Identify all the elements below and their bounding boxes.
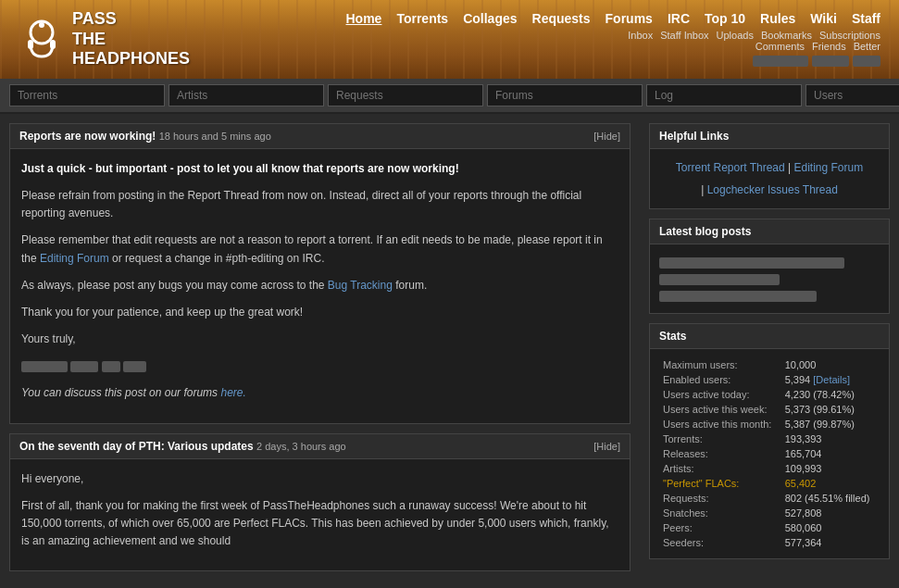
nav-wiki[interactable]: Wiki xyxy=(810,11,837,26)
stat-value: 165,704 xyxy=(783,447,878,460)
announcement-1: Reports are now working! 18 hours and 5 … xyxy=(9,123,631,424)
header: PASS THE HEADPHONES Home Torrents Collag… xyxy=(0,0,899,79)
logo-text: PASS THE HEADPHONES xyxy=(72,9,190,69)
search-log[interactable] xyxy=(646,84,802,106)
helpful-links-body: Torrent Report Thread | Editing Forum | … xyxy=(650,149,889,208)
logo-area: PASS THE HEADPHONES xyxy=(19,9,190,69)
logchecker-link[interactable]: Logchecker Issues Thread xyxy=(707,183,838,196)
right-panel: Helpful Links Torrent Report Thread | Ed… xyxy=(640,114,899,588)
announcement-1-body: Just a quick - but important - post to l… xyxy=(10,149,630,423)
stat-value: 65,402 xyxy=(783,477,878,490)
nav-friends[interactable]: Friends xyxy=(812,41,846,52)
bug-tracking-link[interactable]: Bug Tracking xyxy=(328,279,393,292)
stat-value: 4,230 (78.42%) xyxy=(783,388,878,401)
ann1-discuss: You can discuss this post on our forums … xyxy=(21,384,618,402)
nav-inbox[interactable]: Inbox xyxy=(628,30,653,41)
nav-bookmarks[interactable]: Bookmarks xyxy=(761,30,812,41)
stat-label: Users active this week: xyxy=(661,403,781,416)
nav-comments[interactable]: Comments xyxy=(755,41,805,52)
stat-row-requests: Requests: 802 (45.51% filled) xyxy=(661,492,878,505)
blog-post-2 xyxy=(659,272,880,285)
stat-label: Requests: xyxy=(661,492,781,505)
nav-irc[interactable]: IRC xyxy=(668,11,690,26)
stat-label: Maximum users: xyxy=(661,358,781,371)
nav-staff-inbox[interactable]: Staff Inbox xyxy=(660,30,708,41)
user-nav2: Comments Friends Better xyxy=(755,41,880,52)
stat-value: 580,060 xyxy=(783,521,878,534)
search-artists[interactable] xyxy=(169,84,324,106)
nav-home[interactable]: Home xyxy=(346,11,382,26)
stat-value: 109,993 xyxy=(783,462,878,475)
stat-value: 527,808 xyxy=(783,507,878,519)
announcement-2-header: On the seventh day of PTH: Various updat… xyxy=(10,434,630,459)
stat-value: 193,393 xyxy=(783,432,878,445)
ann1-para4: As always, please post any bugs you may … xyxy=(21,277,618,294)
stat-row-perfect-flacs: "Perfect" FLACs: 65,402 xyxy=(661,477,878,490)
announcement-2-hide[interactable]: [Hide] xyxy=(593,441,620,452)
search-torrents[interactable] xyxy=(9,84,165,106)
helpful-links-widget: Helpful Links Torrent Report Thread | Ed… xyxy=(649,123,890,209)
announcement-2-title-area: On the seventh day of PTH: Various updat… xyxy=(19,440,346,453)
nav-rules[interactable]: Rules xyxy=(760,11,795,26)
editing-forum-right-link[interactable]: Editing Forum xyxy=(793,161,863,174)
stat-label: Enabled users: xyxy=(661,373,781,386)
stat-label: Torrents: xyxy=(661,432,781,445)
search-requests[interactable] xyxy=(328,84,483,106)
nav-uploads[interactable]: Uploads xyxy=(717,30,754,41)
stat-value: 5,394 [Details] xyxy=(783,373,878,386)
details-link[interactable]: [Details] xyxy=(813,374,850,385)
stat-label: Releases: xyxy=(661,447,781,460)
announcement-1-hide[interactable]: [Hide] xyxy=(593,131,620,142)
stats-body: Maximum users: 10,000 Enabled users: 5,3… xyxy=(650,349,889,558)
ann1-para2: Please refrain from posting in the Repor… xyxy=(21,187,618,222)
ann2-para1: Hi everyone, xyxy=(21,470,618,488)
stat-row-max-users: Maximum users: 10,000 xyxy=(661,358,878,371)
stat-label: Users active this month: xyxy=(661,418,781,431)
nav-staff[interactable]: Staff xyxy=(852,11,880,26)
blog-body xyxy=(650,244,889,313)
stat-row-torrents: Torrents: 193,393 xyxy=(661,432,878,445)
stat-value: 577,364 xyxy=(783,536,878,549)
svg-point-3 xyxy=(39,22,44,28)
discuss-here-link[interactable]: here. xyxy=(220,386,245,399)
logo-icon xyxy=(19,16,65,62)
ratio-blurred xyxy=(812,56,849,67)
nav-torrents[interactable]: Torrents xyxy=(396,11,448,26)
nav-collages[interactable]: Collages xyxy=(463,11,517,26)
stat-row-peers: Peers: 580,060 xyxy=(661,521,878,534)
torrent-report-link[interactable]: Torrent Report Thread xyxy=(676,161,785,174)
user-info: Inbox Staff Inbox Uploads Bookmarks Subs… xyxy=(628,30,880,67)
stat-row-snatches: Snatches: 527,808 xyxy=(661,507,878,519)
blog-post-3 xyxy=(659,289,880,302)
ann1-bold: Just a quick - but important - post to l… xyxy=(21,162,459,175)
ann2-para2: First of all, thank you for making the f… xyxy=(21,497,618,551)
editing-forum-link[interactable]: Editing Forum xyxy=(40,252,109,265)
search-bar xyxy=(0,79,899,114)
stat-label: Seeders: xyxy=(661,536,781,549)
extra-blurred xyxy=(853,56,880,67)
search-users[interactable] xyxy=(805,84,899,106)
stat-label: "Perfect" FLACs: xyxy=(661,477,781,490)
nav-top10[interactable]: Top 10 xyxy=(705,11,745,26)
stat-row-artists: Artists: 109,993 xyxy=(661,462,878,475)
main-nav: Home Torrents Collages Requests Forums I… xyxy=(346,11,881,26)
stat-label: Snatches: xyxy=(661,507,781,519)
stat-label: Peers: xyxy=(661,521,781,534)
nav-requests[interactable]: Requests xyxy=(532,11,591,26)
announcement-1-header: Reports are now working! 18 hours and 5 … xyxy=(10,124,630,149)
nav-better[interactable]: Better xyxy=(854,41,880,52)
stat-label: Users active today: xyxy=(661,388,781,401)
nav-area: Home Torrents Collages Requests Forums I… xyxy=(346,11,881,67)
username-blurred xyxy=(753,56,808,67)
user-nav: Inbox Staff Inbox Uploads Bookmarks Subs… xyxy=(628,30,880,41)
nav-forums[interactable]: Forums xyxy=(606,11,653,26)
stat-value: 10,000 xyxy=(783,358,878,371)
stats-title: Stats xyxy=(650,324,889,349)
search-forums[interactable] xyxy=(487,84,643,106)
blog-widget: Latest blog posts xyxy=(649,219,890,314)
left-panel: Reports are now working! 18 hours and 5 … xyxy=(0,114,640,588)
nav-subscriptions[interactable]: Subscriptions xyxy=(819,30,880,41)
announcement-2: On the seventh day of PTH: Various updat… xyxy=(9,433,631,572)
stat-row-releases: Releases: 165,704 xyxy=(661,447,878,460)
stats-table: Maximum users: 10,000 Enabled users: 5,3… xyxy=(659,357,880,551)
